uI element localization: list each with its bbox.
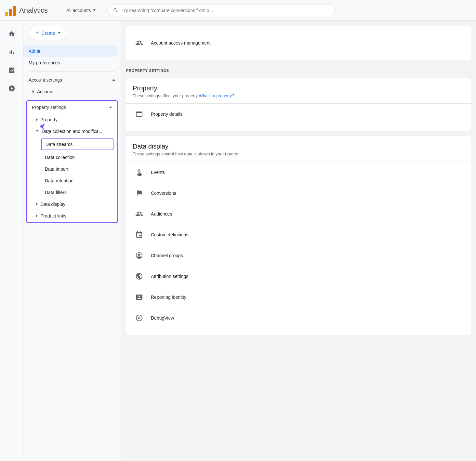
channel-groups-label: Channel groups [151,253,183,258]
header-divider [57,6,57,15]
sidebar-item-insights[interactable] [4,62,20,78]
logo-bars [5,5,16,16]
account-access-label: Account access management [151,40,211,46]
property-card: Property These settings affect your prop… [126,78,471,131]
debugview-item[interactable]: DebugView [133,308,464,328]
reporting-identity-label: Reporting identity [151,295,186,300]
property-settings-header[interactable]: Property settings [27,101,117,114]
debugview-icon [133,311,146,324]
logo-bar-1 [5,12,8,16]
attribution-icon [133,270,146,283]
whats-a-property-link[interactable]: What's a property? [199,93,234,98]
touch-icon [135,168,143,176]
channel-groups-icon [133,249,146,262]
data-filters-item[interactable]: Data filters [27,187,117,198]
data-collection-sub-label: Data collection [45,155,75,160]
search-input[interactable] [122,8,329,13]
all-accounts-button[interactable]: All accounts [64,7,98,14]
custom-definitions-icon [133,228,146,241]
conversions-label: Conversions [151,191,176,196]
data-display-nav-label: Data display [40,202,65,207]
product-links-nav-label: Product links [40,213,66,218]
data-collection-section: Data collection and modifica... [27,125,117,137]
attribution-settings-item[interactable]: Attribution settings [133,266,464,287]
attribution-icon-svg [135,272,143,280]
logo-bar-3 [13,6,16,16]
audiences-item[interactable]: Audiences [133,204,464,224]
data-filters-label: Data filters [45,190,67,195]
home-icon [8,30,15,37]
account-settings-label: Account settings [29,77,62,83]
debugview-label: DebugView [151,315,174,321]
arrow-right-icon-4 [36,214,38,217]
data-import-item[interactable]: Data import [27,163,117,175]
custom-definitions-item[interactable]: Custom definitions [133,224,464,245]
insights-icon [8,67,15,74]
reporting-identity-item[interactable]: Reporting identity [133,287,464,308]
logo-bar-2 [9,9,12,16]
product-links-nav-item[interactable]: Product links [27,210,117,222]
data-display-nav-item[interactable]: Data display [27,198,117,210]
reporting-identity-icon [133,291,146,304]
create-chevron-icon [58,32,60,34]
data-retention-item[interactable]: Data retention [27,175,117,187]
property-settings-section-label: PROPERTY SETTINGS [121,65,476,73]
data-display-desc: These settings control how data is shown… [133,151,464,156]
custom-def-icon [135,231,143,239]
icon-sidebar [0,21,23,461]
property-icon [135,110,143,118]
audiences-icon-svg [135,210,143,218]
data-collection-sub-item[interactable]: Data collection [27,151,117,163]
arrow-right-icon [33,90,34,93]
conversions-item[interactable]: Conversions [133,183,464,204]
data-streams-item[interactable]: Data streams [41,138,113,150]
reporting-icon [135,293,143,301]
account-access-section: Account access management [126,26,471,60]
account-access-icon [133,36,146,49]
channel-icon [135,252,143,259]
conversions-icon [133,187,146,200]
property-details-icon [133,108,146,121]
left-sidebar: + Create Admin My preferences Account se… [23,21,121,461]
annotation-arrow-svg [36,122,56,135]
property-settings-box: Property settings Property [26,100,118,223]
bar-chart-icon [8,48,15,56]
audiences-label: Audiences [151,211,172,217]
all-accounts-label: All accounts [66,8,91,13]
account-access-item[interactable]: Account access management [133,33,464,53]
sidebar-item-home[interactable] [4,26,20,42]
debug-icon [135,314,143,322]
data-streams-label: Data streams [46,142,73,147]
logo: Analytics [5,5,50,16]
sidebar-item-admin[interactable]: Admin [23,45,118,57]
plus-icon: + [35,30,39,36]
account-label: Account [37,89,54,94]
sidebar-item-my-preferences[interactable]: My preferences [23,57,118,69]
create-label: Create [42,31,55,36]
account-settings-arrow-icon [112,79,115,81]
property-details-label: Property details [151,112,182,117]
attribution-settings-label: Attribution settings [151,274,188,279]
account-item[interactable]: Account [23,86,121,98]
events-icon [133,166,146,179]
create-button[interactable]: + Create [29,26,67,40]
data-import-label: Data import [45,166,68,172]
account-settings-header[interactable]: Account settings [23,74,121,86]
property-settings-title: PROPERTY SETTINGS [126,69,169,72]
search-bar[interactable] [107,5,335,16]
chevron-down-icon [93,9,96,11]
header: Analytics All accounts [0,0,476,21]
sidebar-item-reports[interactable] [4,44,20,60]
events-item[interactable]: Events [133,162,464,183]
flag-icon [135,189,143,197]
separator-1 [29,71,115,72]
channel-groups-item[interactable]: Channel groups [133,245,464,266]
custom-definitions-label: Custom definitions [151,232,188,237]
events-label: Events [151,170,165,175]
sidebar-item-advertising[interactable] [4,81,20,96]
property-heading: Property [133,85,464,92]
property-desc: These settings affect your property What… [133,93,464,98]
search-icon [113,7,118,13]
people-group-icon [135,39,143,47]
property-details-item[interactable]: Property details [133,104,464,125]
